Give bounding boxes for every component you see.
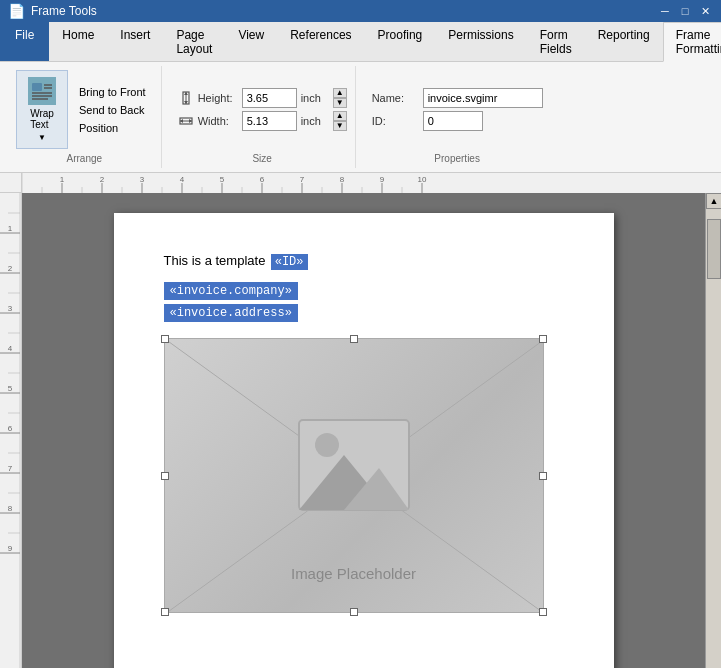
tab-permissions[interactable]: Permissions: [435, 22, 526, 61]
doc-page: This is a template «ID» «invoice.company…: [114, 213, 614, 668]
name-input[interactable]: [423, 88, 543, 108]
image-frame[interactable]: Image Placeholder: [164, 338, 544, 613]
width-icon: [178, 113, 194, 129]
field-id: «ID»: [271, 254, 308, 270]
svg-text:8: 8: [8, 504, 13, 513]
content-wrapper: 1 2 3 4 5 6 7 8 9 10: [0, 173, 721, 668]
tab-page-layout[interactable]: Page Layout: [163, 22, 225, 61]
svg-text:9: 9: [380, 175, 385, 184]
svg-text:3: 3: [140, 175, 145, 184]
svg-text:10: 10: [418, 175, 427, 184]
width-svg: [179, 114, 193, 128]
wrap-text-button[interactable]: WrapText ▼: [16, 70, 68, 149]
ribbon-group-size: Height: inch ▲ ▼: [170, 66, 356, 168]
app-icon: 📄: [8, 3, 25, 19]
svg-text:3: 3: [8, 304, 13, 313]
ruler-vertical: 1 2 3 4 5 6 7 8 9: [0, 193, 22, 668]
frame-handle-bottom-left[interactable]: [161, 608, 169, 616]
scroll-up-button[interactable]: ▲: [706, 193, 721, 209]
ribbon-tabs: File Home Insert Page Layout View Refere…: [0, 22, 721, 62]
tab-reporting[interactable]: Reporting: [585, 22, 663, 61]
frame-handle-bottom-right[interactable]: [539, 608, 547, 616]
width-up-button[interactable]: ▲: [333, 111, 347, 121]
wrap-text-label: WrapText: [30, 108, 54, 130]
tab-insert[interactable]: Insert: [107, 22, 163, 61]
svg-rect-0: [32, 83, 42, 91]
tab-home[interactable]: Home: [49, 22, 107, 61]
svg-text:2: 2: [100, 175, 105, 184]
tab-proofing[interactable]: Proofing: [365, 22, 436, 61]
ribbon-group-arrange: WrapText ▼ Bring to Front Send to Back P…: [8, 66, 162, 168]
tab-form-fields[interactable]: Form Fields: [527, 22, 585, 61]
height-down-button[interactable]: ▼: [333, 98, 347, 108]
frame-handle-bottom-middle[interactable]: [350, 608, 358, 616]
height-input[interactable]: [242, 88, 297, 108]
size-fields: Height: inch ▲ ▼: [178, 88, 347, 131]
frame-handle-middle-right[interactable]: [539, 472, 547, 480]
tab-frame-formatting[interactable]: Frame Formatting: [663, 22, 721, 62]
ruler-corner: [0, 173, 22, 193]
close-button[interactable]: ✕: [697, 3, 713, 19]
svg-text:7: 7: [8, 464, 13, 473]
title-bar: 📄 Frame Tools ─ □ ✕: [0, 0, 721, 22]
scroll-thumb[interactable]: [707, 219, 721, 279]
frame-handle-top-right[interactable]: [539, 335, 547, 343]
frame-handle-middle-left[interactable]: [161, 472, 169, 480]
id-label: ID:: [372, 115, 417, 127]
wrap-svg: [30, 79, 54, 103]
ruler-area: 1 2 3 4 5 6 7 8 9 10: [0, 173, 721, 193]
height-icon: [178, 90, 194, 106]
bring-to-front-button[interactable]: Bring to Front: [72, 84, 153, 100]
svg-text:1: 1: [8, 224, 13, 233]
tab-references[interactable]: References: [277, 22, 364, 61]
template-text: This is a template: [164, 253, 266, 268]
width-unit: inch: [301, 115, 329, 127]
title-bar-left: 📄 Frame Tools: [8, 3, 97, 19]
height-label: Height:: [198, 92, 238, 104]
maximize-button[interactable]: □: [677, 3, 693, 19]
svg-text:9: 9: [8, 544, 13, 553]
wrap-text-dropdown-icon: ▼: [38, 133, 46, 142]
tab-file[interactable]: File: [0, 22, 49, 61]
frame-handle-top-middle[interactable]: [350, 335, 358, 343]
size-label: Size: [252, 153, 271, 164]
title-bar-controls: ─ □ ✕: [657, 3, 713, 19]
doc-scroll[interactable]: This is a template «ID» «invoice.company…: [22, 193, 705, 668]
svg-text:8: 8: [340, 175, 345, 184]
props-fields: Name: ID:: [372, 88, 543, 131]
name-label: Name:: [372, 92, 417, 104]
properties-group-content: Name: ID:: [372, 70, 543, 149]
width-label: Width:: [198, 115, 238, 127]
ribbon-content: WrapText ▼ Bring to Front Send to Back P…: [0, 62, 721, 172]
width-down-button[interactable]: ▼: [333, 121, 347, 131]
svg-text:5: 5: [8, 384, 13, 393]
id-input[interactable]: [423, 111, 483, 131]
wrap-text-icon: [28, 77, 56, 105]
arrange-label: Arrange: [67, 153, 103, 164]
image-placeholder-label: Image Placeholder: [291, 565, 416, 582]
height-unit: inch: [301, 92, 329, 104]
position-button[interactable]: Position: [72, 120, 153, 136]
field-address: «invoice.address»: [164, 304, 298, 322]
minimize-button[interactable]: ─: [657, 3, 673, 19]
tab-view[interactable]: View: [225, 22, 277, 61]
width-input[interactable]: [242, 111, 297, 131]
height-up-button[interactable]: ▲: [333, 88, 347, 98]
send-to-back-button[interactable]: Send to Back: [72, 102, 153, 118]
id-row: ID:: [372, 111, 543, 131]
template-text-line: This is a template «ID»: [164, 253, 564, 270]
frame-handle-top-left[interactable]: [161, 335, 169, 343]
title-bar-title: Frame Tools: [31, 4, 97, 18]
svg-text:5: 5: [220, 175, 225, 184]
image-placeholder-icon: [289, 410, 419, 520]
height-spinner: ▲ ▼: [333, 88, 347, 108]
width-row: Width: inch ▲ ▼: [178, 111, 347, 131]
vertical-ruler-svg: 1 2 3 4 5 6 7 8 9: [0, 193, 22, 668]
scroll-track: [706, 209, 721, 668]
vertical-scrollbar[interactable]: ▲ ▼: [705, 193, 721, 668]
doc-section: 1 2 3 4 5 6 7 8 9: [0, 193, 721, 668]
svg-text:4: 4: [8, 344, 13, 353]
svg-text:6: 6: [260, 175, 265, 184]
size-group-content: Height: inch ▲ ▼: [178, 70, 347, 149]
svg-text:2: 2: [8, 264, 13, 273]
